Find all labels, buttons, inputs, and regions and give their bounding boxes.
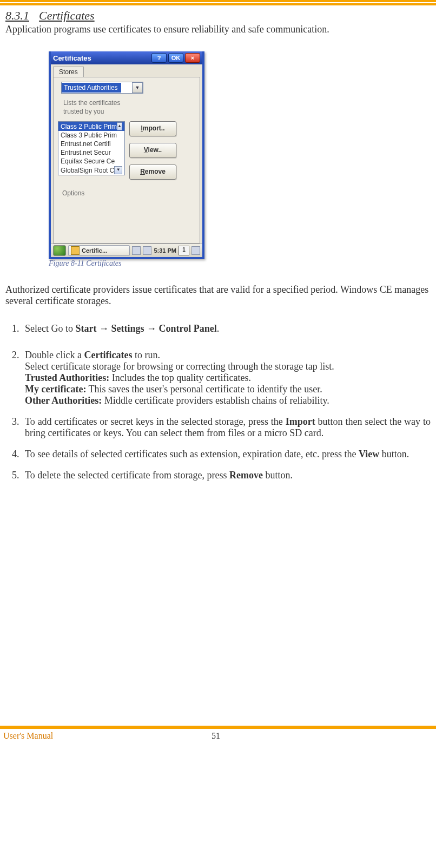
step-3: To add certificates or secret keys in th… — [22, 416, 431, 439]
body-paragraph-1: Authorized certificate providers issue c… — [5, 284, 431, 307]
tray: 5:31 PM 1 — [132, 246, 200, 255]
certificate-listbox[interactable]: Class 2 Public Prim ▲ Class 3 Public Pri… — [58, 121, 125, 175]
taskbar-app-label: Certific... — [82, 247, 107, 254]
tab-strip: Stores — [51, 64, 202, 77]
list-item[interactable]: Entrust.net Secur — [58, 148, 124, 157]
footer-left: User's Manual — [3, 731, 53, 741]
tray-desktop-icon[interactable] — [191, 246, 200, 255]
section-number: 8.3.1 — [5, 9, 29, 22]
scroll-up-icon[interactable]: ▲ — [117, 122, 122, 130]
list-item[interactable]: Equifax Secure Ce — [58, 157, 124, 166]
list-item[interactable]: Entrust.net Certifi — [58, 140, 124, 148]
step-2: Double click a Certificates to run. Sele… — [22, 350, 431, 406]
dialog-title: Certificates — [53, 54, 150, 62]
remove-button[interactable]: Remove — [129, 165, 176, 180]
intro-text: Application programs use certificates to… — [5, 24, 431, 35]
bottom-bar — [0, 726, 436, 729]
dialog-titlebar: Certificates ? OK × — [51, 51, 202, 64]
store-combo-selected: Trusted Authorities — [62, 83, 121, 93]
store-hint: Lists the certificates trusted by you — [63, 99, 195, 116]
certificates-dialog: Certificates ? OK × Stores Trusted Autho… — [49, 51, 204, 259]
help-button[interactable]: ? — [151, 53, 167, 63]
figure-caption: Figure 8-11 Certificates — [49, 259, 431, 268]
spacer — [5, 496, 431, 724]
step-5: To delete the selected certificate from … — [22, 470, 431, 481]
import-button[interactable]: Import.. — [129, 121, 176, 136]
chevron-down-icon[interactable]: ▼ — [132, 82, 143, 93]
figure-wrapper: Certificates ? OK × Stores Trusted Autho… — [49, 51, 431, 268]
ok-button[interactable]: OK — [168, 53, 183, 63]
footer-page-number: 51 — [53, 731, 379, 741]
tray-network-icon[interactable] — [132, 246, 141, 255]
button-column: Import.. View.. Remove — [129, 121, 176, 186]
start-button-icon[interactable] — [53, 245, 66, 256]
section-heading: 8.3.1Certificates — [5, 9, 431, 23]
keyboard-icon[interactable]: 1 — [179, 246, 189, 255]
section-title: Certificates — [39, 9, 95, 22]
hint-line-1: Lists the certificates — [63, 99, 120, 107]
options-label: Options — [62, 189, 195, 197]
taskbar-app[interactable]: Certific... — [68, 245, 130, 256]
view-button[interactable]: View.. — [129, 143, 176, 158]
top-bar — [0, 0, 436, 5]
taskbar: Certific... 5:31 PM 1 — [51, 244, 202, 257]
page-content: 8.3.1Certificates Application programs u… — [0, 9, 436, 724]
steps-list: Select Go to Start → Settings → Control … — [5, 323, 431, 481]
store-combo[interactable]: Trusted Authorities ▼ — [61, 82, 143, 94]
scroll-down-icon[interactable]: ▼ — [114, 166, 122, 174]
hint-line-2: trusted by you — [63, 108, 104, 115]
step-4: To see details of selected certificates … — [22, 449, 431, 460]
tray-volume-icon[interactable] — [143, 246, 151, 255]
list-item[interactable]: Class 2 Public Prim ▲ — [58, 122, 124, 131]
step-1: Select Go to Start → Settings → Control … — [22, 323, 431, 334]
page-footer: User's Manual 51 — [0, 731, 436, 746]
list-item[interactable]: Class 3 Public Prim — [58, 131, 124, 140]
dialog-panel: Trusted Authorities ▼ Lists the certific… — [53, 77, 200, 244]
certificate-icon — [71, 246, 80, 255]
close-button[interactable]: × — [185, 53, 200, 63]
tray-clock: 5:31 PM — [154, 247, 176, 254]
tab-stores[interactable]: Stores — [53, 67, 84, 77]
list-item[interactable]: GlobalSign Root C ▼ — [58, 166, 124, 175]
